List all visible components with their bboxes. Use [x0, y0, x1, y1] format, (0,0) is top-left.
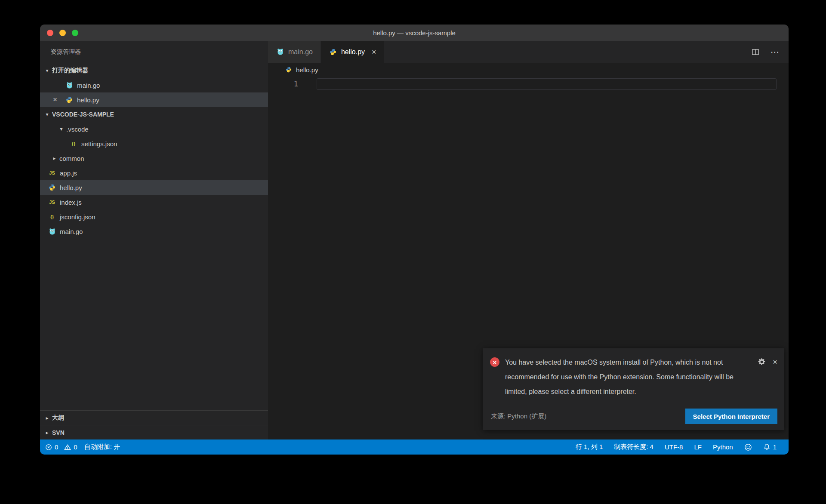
close-icon[interactable]: × [773, 358, 777, 366]
open-editors-label: 打开的编辑器 [52, 67, 88, 74]
eol-status[interactable]: LF [694, 443, 702, 451]
tab-label: hello.py [341, 48, 365, 56]
go-icon [65, 82, 74, 89]
chevron-right-icon: ▸ [51, 155, 58, 161]
json-icon: {} [48, 214, 56, 219]
editor-actions: ⋯ [752, 41, 789, 63]
open-editors-header[interactable]: ▾ 打开的编辑器 [40, 63, 268, 78]
breadcrumb-file-label: hello.py [296, 66, 318, 74]
close-icon[interactable]: × [53, 95, 57, 104]
more-actions-icon[interactable]: ⋯ [771, 47, 780, 57]
split-editor-icon[interactable] [752, 48, 759, 56]
open-editor-label: hello.py [77, 96, 99, 104]
explorer-sidebar: 资源管理器 ▾ 打开的编辑器 main.go × [40, 41, 268, 439]
warning-count: 0 [74, 443, 77, 451]
titlebar[interactable]: hello.py — vscode-js-sample [40, 25, 789, 41]
project-root-header[interactable]: ▾ VSCODE-JS-SAMPLE [40, 107, 268, 122]
tree-item-hello-py[interactable]: hello.py [40, 180, 268, 195]
tab-bar: main.go hello.py × ⋯ [268, 41, 789, 63]
problems-status[interactable]: 0 0 [45, 443, 77, 451]
gear-icon[interactable] [758, 358, 766, 366]
explorer-title: 资源管理器 [40, 41, 268, 63]
project-root-label: VSCODE-JS-SAMPLE [52, 111, 114, 118]
chevron-down-icon: ▾ [44, 111, 50, 117]
bell-icon [763, 443, 771, 451]
notification-count-badge: 1 [773, 443, 777, 451]
tab-label: main.go [288, 48, 313, 56]
error-icon: × [490, 357, 499, 367]
tree-item-settings-json[interactable]: {} settings.json [40, 136, 268, 151]
json-icon: {} [69, 141, 78, 146]
error-count-icon [45, 444, 52, 451]
tab-size-status[interactable]: 制表符长度: 4 [614, 443, 653, 451]
chevron-down-icon: ▾ [58, 126, 65, 132]
feedback-smiley-icon[interactable] [744, 443, 752, 451]
error-count: 0 [55, 443, 58, 451]
open-editor-label: main.go [77, 82, 100, 89]
cursor-position-status[interactable]: 行 1, 列 1 [576, 443, 603, 451]
language-mode-status[interactable]: Python [713, 443, 733, 451]
notification-source: 来源: Python (扩展) [490, 412, 546, 421]
js-icon: JS [48, 200, 56, 205]
notification-toast: × You have selected the macOS system ins… [483, 348, 784, 430]
svn-section-header[interactable]: ▸ SVN [40, 425, 268, 439]
chevron-down-icon: ▾ [44, 68, 50, 74]
go-icon [48, 228, 56, 235]
auto-attach-status[interactable]: 自动附加: 开 [84, 443, 120, 451]
notifications-bell[interactable]: 1 [763, 443, 777, 451]
breadcrumb[interactable]: hello.py [268, 63, 789, 77]
tab-main-go[interactable]: main.go [268, 41, 321, 63]
sidebar-empty-space [40, 239, 268, 410]
select-python-interpreter-button[interactable]: Select Python Interpreter [685, 409, 777, 424]
encoding-status[interactable]: UTF-8 [665, 443, 683, 451]
tree-item-common-folder[interactable]: ▸ common [40, 151, 268, 166]
window-title: hello.py — vscode-js-sample [373, 29, 456, 37]
outline-section-header[interactable]: ▸ 大纲 [40, 410, 268, 425]
python-icon [284, 67, 293, 73]
warning-count-icon [64, 444, 71, 451]
tree-item-main-go[interactable]: main.go [40, 224, 268, 239]
svn-label: SVN [52, 429, 65, 436]
python-icon [48, 184, 56, 191]
tree-item-jsconfig-json[interactable]: {} jsconfig.json [40, 209, 268, 224]
tree-item-index-js[interactable]: JS index.js [40, 195, 268, 209]
window-controls [47, 25, 78, 41]
tab-hello-py[interactable]: hello.py × [321, 41, 385, 63]
desktop-background: hello.py — vscode-js-sample 资源管理器 ▾ 打开的编… [0, 0, 826, 504]
vscode-window: hello.py — vscode-js-sample 资源管理器 ▾ 打开的编… [40, 25, 789, 455]
tree-item-app-js[interactable]: JS app.js [40, 166, 268, 180]
notification-message: You have selected the macOS system insta… [505, 355, 754, 399]
close-icon[interactable]: × [372, 48, 376, 56]
open-editor-item-hello-py[interactable]: × hello.py [40, 92, 268, 107]
status-bar: 0 0 自动附加: 开 行 1, 列 1 制表符长度: 4 UTF-8 LF P… [40, 439, 789, 455]
current-line-highlight [317, 78, 777, 90]
open-editor-item-main-go[interactable]: main.go [40, 78, 268, 92]
tree-item-vscode-folder[interactable]: ▾ .vscode [40, 122, 268, 136]
python-icon [329, 49, 337, 55]
chevron-right-icon: ▸ [44, 430, 50, 436]
chevron-right-icon: ▸ [44, 415, 50, 421]
minimize-window-button[interactable] [59, 30, 66, 36]
go-icon [276, 48, 284, 55]
js-icon: JS [48, 170, 56, 175]
outline-label: 大纲 [52, 414, 64, 422]
zoom-window-button[interactable] [72, 30, 78, 36]
close-window-button[interactable] [47, 30, 53, 36]
line-number: 1 [268, 78, 298, 90]
python-icon [65, 96, 74, 103]
